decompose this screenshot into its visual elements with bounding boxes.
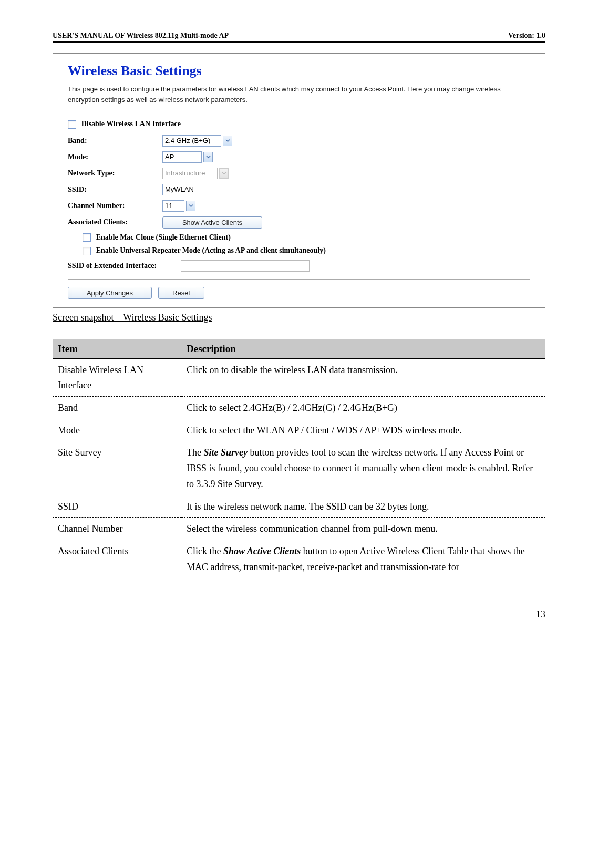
page-number: 13 xyxy=(53,609,545,620)
assoc-label: Associated Clients: xyxy=(68,218,162,226)
mac-clone-label: Enable Mac Clone (Single Ethernet Client… xyxy=(96,233,231,241)
emphasis-site-survey: Site Survey xyxy=(203,447,248,458)
row-item: Site Survey xyxy=(53,441,181,495)
ssid-value: MyWLAN xyxy=(165,185,194,193)
table-row: Disable Wireless LAN Interface Click on … xyxy=(53,358,545,396)
row-item: Band xyxy=(53,397,181,419)
universal-repeater-label: Enable Universal Repeater Mode (Acting a… xyxy=(96,246,326,254)
row-item: SSID xyxy=(53,495,181,518)
row-desc: Click on to disable the wireless LAN dat… xyxy=(181,358,545,396)
mode-select[interactable]: AP xyxy=(162,151,202,163)
panel-title: Wireless Basic Settings xyxy=(68,63,530,79)
show-active-clients-button[interactable]: Show Active Clients xyxy=(162,216,262,229)
table-row: Associated Clients Click the Show Active… xyxy=(53,540,545,577)
table-row: Channel Number Select the wireless commu… xyxy=(53,518,545,540)
nettype-select: Infrastructure xyxy=(162,168,218,179)
row-item: Channel Number xyxy=(53,518,181,540)
table-row: Band Click to select 2.4GHz(B) / 2.4GHz(… xyxy=(53,397,545,419)
table-row: SSID It is the wireless network name. Th… xyxy=(53,495,545,518)
row-desc: Click to select 2.4GHz(B) / 2.4GHz(G) / … xyxy=(181,397,545,419)
site-survey-link[interactable]: 3.3.9 Site Survey. xyxy=(197,479,263,489)
reset-button[interactable]: Reset xyxy=(158,287,204,299)
chevron-down-icon xyxy=(219,168,229,179)
text-fragment: The xyxy=(187,447,203,458)
channel-value: 11 xyxy=(165,202,182,210)
channel-label: Channel Number: xyxy=(68,202,162,210)
ext-ssid-input[interactable] xyxy=(181,260,310,272)
header-right: Version: 1.0 xyxy=(508,32,545,40)
universal-repeater-checkbox[interactable] xyxy=(83,247,91,255)
table-row: Site Survey The Site Survey button provi… xyxy=(53,441,545,495)
table-head-desc: Description xyxy=(181,339,545,358)
divider xyxy=(68,279,530,280)
band-value: 2.4 GHz (B+G) xyxy=(165,137,219,144)
text-fragment: Click the xyxy=(187,546,223,556)
divider xyxy=(68,112,530,112)
description-table: Item Description Disable Wireless LAN In… xyxy=(53,339,545,578)
table-head-item: Item xyxy=(53,339,181,358)
row-item: Disable Wireless LAN Interface xyxy=(53,358,181,396)
row-item: Associated Clients xyxy=(53,540,181,577)
chevron-down-icon[interactable] xyxy=(186,201,195,211)
mode-value: AP xyxy=(165,153,199,161)
panel-intro: This page is used to configure the param… xyxy=(68,84,530,105)
row-desc: The Site Survey button provides tool to … xyxy=(181,441,545,495)
ssid-label: SSID: xyxy=(68,185,162,194)
mode-label: Mode: xyxy=(68,153,162,161)
screenshot-caption: Screen snapshot – Wireless Basic Setting… xyxy=(53,312,545,323)
nettype-label: Network Type: xyxy=(68,169,162,178)
disable-wlan-label: Disable Wireless LAN Interface xyxy=(81,120,181,128)
chevron-down-icon[interactable] xyxy=(203,152,213,162)
ext-ssid-label: SSID of Extended Interface: xyxy=(68,262,181,270)
mac-clone-checkbox[interactable] xyxy=(83,233,91,242)
wireless-settings-panel: Wireless Basic Settings This page is use… xyxy=(53,53,545,308)
ssid-input[interactable]: MyWLAN xyxy=(162,184,291,195)
channel-select[interactable]: 11 xyxy=(162,200,184,212)
row-desc: Select the wireless communication channe… xyxy=(181,518,545,540)
header-left: USER'S MANUAL OF Wireless 802.11g Multi-… xyxy=(53,32,229,40)
row-desc: Click to select the WLAN AP / Client / W… xyxy=(181,419,545,441)
page-header: USER'S MANUAL OF Wireless 802.11g Multi-… xyxy=(53,32,545,43)
disable-wlan-checkbox[interactable] xyxy=(68,120,76,129)
table-row: Mode Click to select the WLAN AP / Clien… xyxy=(53,419,545,441)
nettype-value: Infrastructure xyxy=(165,169,215,177)
row-desc: It is the wireless network name. The SSI… xyxy=(181,495,545,518)
emphasis-show-active-clients: Show Active Clients xyxy=(223,546,301,556)
band-select[interactable]: 2.4 GHz (B+G) xyxy=(162,135,221,147)
row-item: Mode xyxy=(53,419,181,441)
apply-changes-button[interactable]: Apply Changes xyxy=(68,287,152,299)
row-desc: Click the Show Active Clients button to … xyxy=(181,540,545,577)
chevron-down-icon[interactable] xyxy=(223,136,232,146)
band-label: Band: xyxy=(68,137,162,145)
